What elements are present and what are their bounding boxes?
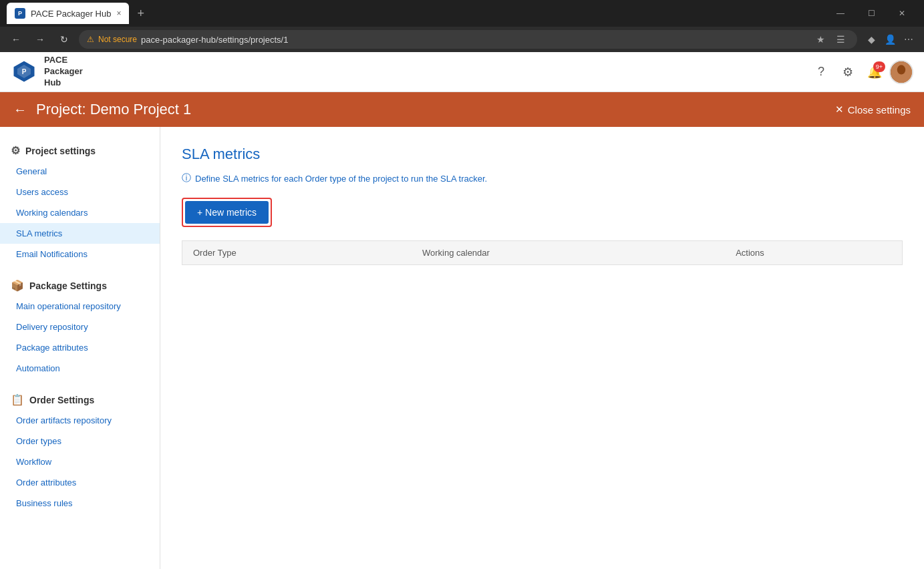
forward-nav-btn[interactable]: →: [31, 30, 49, 49]
back-button[interactable]: ←: [13, 102, 27, 118]
new-metrics-label: + New metrics: [197, 207, 257, 218]
new-tab-button[interactable]: +: [134, 7, 147, 21]
sidebar-section-project-settings: ⚙ Project settings: [0, 138, 160, 161]
extension-icon[interactable]: ◆: [863, 31, 880, 48]
notifications-btn[interactable]: 🔔 9+: [863, 60, 887, 84]
address-bar-row: ← → ↻ ⚠ Not secure pace-packager-hub/set…: [0, 27, 924, 52]
col-working-calendar: Working calendar: [412, 241, 725, 265]
project-header-bar: ← Project: Demo Project 1 ✕ Close settin…: [0, 92, 924, 127]
sidebar-item-sla-metrics[interactable]: SLA metrics: [0, 223, 160, 244]
sidebar-item-users-access[interactable]: Users access: [0, 182, 160, 202]
notification-badge: 9+: [873, 61, 885, 72]
win-minimize-btn[interactable]: —: [825, 3, 856, 24]
order-settings-icon: 📋: [11, 393, 24, 406]
sidebar-item-order-types[interactable]: Order types: [0, 431, 160, 451]
sidebar-item-main-repo[interactable]: Main operational repository: [0, 296, 160, 317]
order-settings-section-label: Order Settings: [29, 395, 94, 405]
sidebar-item-business-rules[interactable]: Business rules: [0, 493, 160, 514]
sidebar-item-order-artifacts[interactable]: Order artifacts repository: [0, 410, 160, 431]
sidebar-item-email-notifications[interactable]: Email Notifications: [0, 244, 160, 264]
address-url: pace-packager-hub/settings/projects/1: [141, 35, 288, 45]
package-settings-section-label: Package Settings: [29, 280, 107, 291]
header-right: ? ⚙ 🔔 9+: [809, 60, 913, 84]
profile-icon[interactable]: 👤: [881, 31, 899, 48]
tab-favicon: P: [15, 8, 25, 19]
col-actions: Actions: [725, 241, 902, 265]
collections-icon[interactable]: ☰: [832, 31, 849, 48]
sidebar-item-delivery-repo[interactable]: Delivery repository: [0, 317, 160, 337]
sidebar-item-general[interactable]: General: [0, 161, 160, 182]
app-logo: P PACE Packager Hub: [11, 55, 83, 89]
sidebar-item-order-attrs[interactable]: Order attributes: [0, 472, 160, 493]
svg-point-4: [897, 65, 905, 74]
col-order-type: Order Type: [182, 241, 412, 265]
help-btn[interactable]: ?: [809, 60, 833, 84]
page-title: SLA metrics: [182, 146, 903, 163]
sidebar-item-package-attrs[interactable]: Package attributes: [0, 337, 160, 358]
metrics-table: Order Type Working calendar Actions: [182, 240, 903, 265]
reload-btn[interactable]: ↻: [55, 30, 73, 49]
browser-tab[interactable]: P PACE Packager Hub ×: [7, 3, 129, 24]
app-container: P PACE Packager Hub ? ⚙ 🔔 9+: [0, 52, 924, 569]
tab-title: PACE Packager Hub: [31, 9, 111, 19]
info-row: ⓘ Define SLA metrics for each Order type…: [182, 172, 903, 184]
project-title: Project: Demo Project 1: [36, 101, 191, 118]
sidebar: ⚙ Project settings General Users access …: [0, 127, 160, 569]
logo-svg-icon: P: [11, 58, 37, 85]
star-icon[interactable]: ★: [812, 31, 829, 48]
content-area: SLA metrics ⓘ Define SLA metrics for eac…: [160, 127, 924, 569]
main-layout: ⚙ Project settings General Users access …: [0, 127, 924, 569]
address-bar-icons: ★ ☰: [812, 31, 849, 48]
new-metrics-wrapper: + New metrics: [182, 198, 272, 227]
app-header: P PACE Packager Hub ? ⚙ 🔔 9+: [0, 52, 924, 92]
sidebar-section-order-settings: 📋 Order Settings: [0, 387, 160, 410]
new-metrics-btn[interactable]: + New metrics: [185, 201, 269, 224]
info-icon: ⓘ: [182, 172, 191, 184]
table-header-row: Order Type Working calendar Actions: [182, 241, 903, 265]
not-secure-label: Not secure: [98, 35, 137, 44]
user-avatar[interactable]: [889, 60, 913, 84]
sidebar-item-automation[interactable]: Automation: [0, 358, 160, 379]
info-text: Define SLA metrics for each Order type o…: [195, 174, 487, 184]
sidebar-item-workflow[interactable]: Workflow: [0, 451, 160, 472]
close-settings-btn[interactable]: ✕ Close settings: [835, 104, 911, 116]
logo-text: PACE Packager Hub: [44, 55, 83, 89]
avatar-image: [891, 60, 912, 84]
project-settings-section-label: Project settings: [25, 146, 96, 156]
svg-text:P: P: [22, 68, 27, 75]
win-restore-btn[interactable]: ☐: [856, 3, 887, 24]
close-icon: ✕: [835, 104, 844, 116]
sidebar-item-working-calendars[interactable]: Working calendars: [0, 202, 160, 223]
settings-btn[interactable]: ⚙: [836, 60, 860, 84]
project-settings-icon: ⚙: [11, 144, 20, 157]
close-settings-label: Close settings: [848, 104, 911, 116]
browser-right-icons: ◆ 👤 ⋯: [863, 31, 917, 48]
win-close-btn[interactable]: ✕: [887, 3, 917, 24]
browser-chrome: P PACE Packager Hub × + — ☐ ✕: [0, 0, 924, 27]
tab-close-btn[interactable]: ×: [116, 9, 121, 18]
package-settings-icon: 📦: [11, 279, 24, 292]
window-controls: — ☐ ✕: [825, 3, 917, 24]
browser-menu-icon[interactable]: ⋯: [900, 31, 917, 48]
security-warning-icon: ⚠: [87, 35, 94, 44]
address-bar[interactable]: ⚠ Not secure pace-packager-hub/settings/…: [79, 30, 857, 49]
sidebar-section-package-settings: 📦 Package Settings: [0, 272, 160, 296]
back-nav-btn[interactable]: ←: [7, 30, 25, 49]
